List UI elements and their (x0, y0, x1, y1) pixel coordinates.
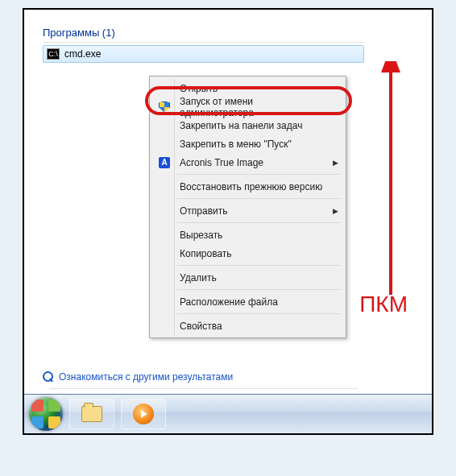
screenshot-frame: Программы (1) C:\ cmd.exe Ознакомиться с… (23, 8, 433, 435)
ctx-pin-taskbar[interactable]: Закрепить на панели задач (152, 116, 343, 135)
divider (43, 42, 364, 43)
ctx-delete[interactable]: Удалить (152, 268, 343, 287)
context-menu-separator (177, 289, 341, 290)
context-menu-separator (177, 198, 341, 199)
acronis-icon: A (158, 156, 171, 169)
ctx-restore-previous-label: Восстановить прежнюю версию (180, 181, 322, 192)
see-more-label: Ознакомиться с другими результатами (59, 371, 233, 383)
ctx-pin-start-label: Закрепить в меню "Пуск" (180, 139, 292, 150)
ctx-pin-taskbar-label: Закрепить на панели задач (180, 120, 302, 131)
divider (49, 388, 358, 389)
ctx-acronis-label: Acronis True Image (180, 157, 263, 168)
taskbar-media-player-button[interactable] (121, 399, 166, 429)
result-label: cmd.exe (64, 48, 101, 60)
taskbar (24, 394, 432, 433)
context-menu-separator (177, 222, 341, 223)
ctx-copy-label: Копировать (180, 248, 232, 259)
ctx-properties[interactable]: Свойства (152, 317, 343, 335)
ctx-send-to-label: Отправить (180, 205, 228, 217)
explorer-icon (81, 406, 102, 422)
context-menu: Открыть Запуск от имени администратора З… (149, 76, 346, 338)
ctx-pin-start[interactable]: Закрепить в меню "Пуск" (152, 135, 343, 153)
ctx-send-to[interactable]: Отправить (152, 201, 343, 220)
ctx-copy[interactable]: Копировать (152, 244, 343, 263)
results-header: Программы (1) (36, 22, 371, 42)
see-more-results-link[interactable]: Ознакомиться с другими результатами (43, 371, 233, 383)
ctx-open-label: Открыть (180, 83, 218, 94)
ctx-file-location-label: Расположение файла (180, 296, 278, 308)
ctx-run-as-admin[interactable]: Запуск от имени администратора (152, 97, 343, 116)
context-menu-separator (177, 265, 341, 266)
context-menu-separator (177, 174, 341, 175)
start-button[interactable] (29, 397, 63, 431)
context-menu-separator (177, 313, 341, 314)
search-icon (43, 371, 54, 383)
ctx-acronis[interactable]: A Acronis True Image (152, 153, 343, 172)
ctx-cut[interactable]: Вырезать (152, 226, 343, 244)
shield-icon (158, 101, 171, 114)
media-player-icon (133, 404, 154, 424)
ctx-restore-previous[interactable]: Восстановить прежнюю версию (152, 177, 343, 196)
search-result-cmd[interactable]: C:\ cmd.exe (43, 45, 364, 63)
ctx-run-as-admin-label: Запуск от имени администратора (180, 96, 329, 118)
ctx-cut-label: Вырезать (180, 230, 222, 241)
ctx-file-location[interactable]: Расположение файла (152, 292, 343, 311)
ctx-properties-label: Свойства (180, 321, 222, 332)
ctx-delete-label: Удалить (180, 272, 217, 284)
cmd-icon: C:\ (47, 48, 60, 60)
taskbar-explorer-button[interactable] (69, 399, 114, 429)
